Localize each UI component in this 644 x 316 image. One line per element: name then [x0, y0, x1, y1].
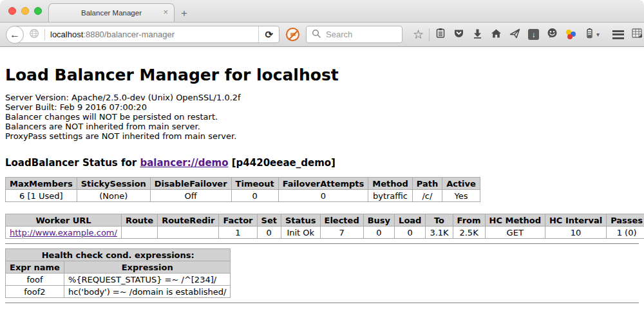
col-failoverattempts: FailoverAttempts	[278, 178, 368, 190]
col-timeout: Timeout	[231, 178, 278, 190]
pocket-icon	[453, 28, 464, 41]
health-row-foof2: foof2 hc('body') =~ /domain is establish…	[6, 286, 231, 298]
col-routeredir: RouteRedir	[158, 214, 219, 227]
url-bar-divider	[44, 29, 45, 41]
browser-window: Balancer Manager × + ← localhost:8880/ba…	[0, 0, 644, 316]
status-heading-prefix: LoadBalancer Status for	[5, 157, 140, 169]
colors-extension-button[interactable]	[562, 27, 580, 42]
hamburger-menu-icon	[612, 30, 624, 39]
tab-close-icon[interactable]: ×	[163, 8, 168, 16]
cell-routeredir	[158, 227, 219, 239]
send-paper-plane-icon	[509, 28, 520, 41]
col-busy: Busy	[363, 214, 394, 227]
downloads-button[interactable]	[468, 27, 487, 42]
navigation-toolbar: ← localhost:8880/balancer-manager ⟳ ☆	[0, 23, 644, 47]
plugin-blocked-icon[interactable]	[286, 28, 299, 41]
cell-hc-interval: 10	[545, 227, 606, 239]
col-from: From	[453, 214, 485, 227]
page-content: Load Balancer Manager for localhost Serv…	[0, 66, 644, 304]
worker-data-row: http://www.example.com/ 1 0 Init Ok 7 0 …	[6, 227, 644, 239]
home-icon	[491, 28, 502, 41]
reading-list-button[interactable]	[431, 27, 450, 42]
new-tab-button[interactable]: +	[181, 8, 187, 19]
balancer-header-row: MaxMembers StickySession DisableFailover…	[6, 178, 480, 190]
cell-path: /c/	[412, 190, 442, 202]
cell-worker-url: http://www.example.com/	[6, 227, 122, 239]
downloads-icon	[473, 28, 482, 41]
col-path: Path	[412, 178, 442, 190]
download-extension-button[interactable]: ↓	[524, 27, 543, 42]
pocket-button[interactable]	[450, 27, 468, 42]
cell-maxmembers: 6 [1 Used]	[6, 190, 77, 202]
cell-load: 0	[395, 227, 426, 239]
bottom-divider	[5, 302, 639, 304]
tab-balancer-manager[interactable]: Balancer Manager ×	[48, 3, 175, 22]
cell-route	[121, 227, 157, 239]
minimize-window-button[interactable]	[21, 7, 29, 15]
health-title-row: Health check cond. expressions:	[6, 249, 231, 261]
bookmark-star-button[interactable]: ☆	[409, 27, 428, 42]
cell-status: Init Ok	[281, 227, 320, 239]
cell-set: 0	[257, 227, 281, 239]
url-domain: localhost	[50, 30, 83, 39]
home-button[interactable]	[487, 27, 506, 42]
tab-title: Balancer Manager	[81, 9, 142, 17]
worker-header-row: Worker URL Route RouteRedir Factor Set S…	[6, 214, 644, 227]
balancer-inherit-note: Balancers are NOT inherited from main se…	[5, 122, 639, 131]
cell-disablefailover: Off	[150, 190, 231, 202]
balancer-persist-note: Balancer changes will NOT be persisted o…	[5, 112, 639, 122]
overflow-caret-icon[interactable]: ▾	[596, 31, 600, 38]
status-heading: LoadBalancer Status for balancer://demo …	[5, 157, 639, 169]
col-factor: Factor	[219, 214, 257, 227]
col-load: Load	[395, 214, 426, 227]
cell-from: 2.5K	[453, 227, 485, 239]
tab-groups-icon	[631, 28, 643, 41]
col-maxmembers: MaxMembers	[6, 178, 77, 190]
url-bar[interactable]: localhost:8880/balancer-manager ⟳	[14, 26, 279, 43]
cell-passes: 1 (0)	[607, 227, 644, 239]
page-title: Load Balancer Manager for localhost	[5, 66, 639, 84]
worker-url-link[interactable]: http://www.example.com/	[10, 228, 117, 237]
divider	[5, 243, 639, 245]
tab-bar: Balancer Manager × +	[0, 0, 644, 23]
toolbar-separator	[429, 28, 430, 41]
cell-stickysession: (None)	[77, 190, 150, 202]
health-check-table: Health check cond. expressions: Expr nam…	[5, 248, 231, 298]
col-to: To	[426, 214, 453, 227]
tab-groups-button[interactable]	[627, 27, 644, 42]
col-status: Status	[281, 214, 320, 227]
col-route: Route	[121, 214, 157, 227]
reload-icon: ⟳	[265, 29, 273, 41]
cell-hc-method: GET	[485, 227, 545, 239]
col-hc-interval: HC Interval	[545, 214, 606, 227]
balancer-table: MaxMembers StickySession DisableFailover…	[5, 177, 480, 202]
back-button[interactable]: ←	[6, 26, 24, 44]
cell-timeout: 0	[231, 190, 278, 202]
balancer-demo-link[interactable]: balancer://demo	[140, 157, 228, 169]
send-page-button[interactable]	[506, 27, 524, 42]
cell-expression: hc('body') =~ /domain is established/	[64, 286, 231, 298]
health-row-foof: foof %{REQUEST_STATUS} =~ /^[234]/	[6, 274, 231, 286]
cell-elected: 7	[320, 227, 363, 239]
bookmark-star-icon: ☆	[413, 28, 424, 41]
battery-extension-icon	[585, 28, 594, 41]
feedback-smiley-button[interactable]	[543, 27, 562, 42]
menu-button[interactable]	[609, 27, 627, 42]
toolbar-icons: ☆ ↓	[409, 27, 644, 42]
col-set: Set	[257, 214, 281, 227]
cell-expression: %{REQUEST_STATUS} =~ /^[234]/	[64, 274, 231, 286]
col-worker-url: Worker URL	[6, 214, 122, 227]
col-hc-method: HC Method	[485, 214, 545, 227]
col-method: Method	[368, 178, 412, 190]
site-identity-globe-icon[interactable]	[29, 28, 39, 41]
proxypass-inherit-note: ProxyPass settings are NOT inherited fro…	[5, 131, 639, 141]
search-input[interactable]	[325, 29, 397, 40]
zoom-window-button[interactable]	[34, 7, 42, 15]
smiley-icon	[547, 28, 558, 41]
close-window-button[interactable]	[8, 7, 16, 15]
reload-button[interactable]: ⟳	[258, 26, 279, 42]
col-stickysession: StickySession	[77, 178, 150, 190]
url-text[interactable]: localhost:8880/balancer-manager	[50, 30, 258, 39]
url-path: :8880/balancer-manager	[83, 30, 175, 39]
cell-expr-name: foof	[6, 274, 64, 286]
